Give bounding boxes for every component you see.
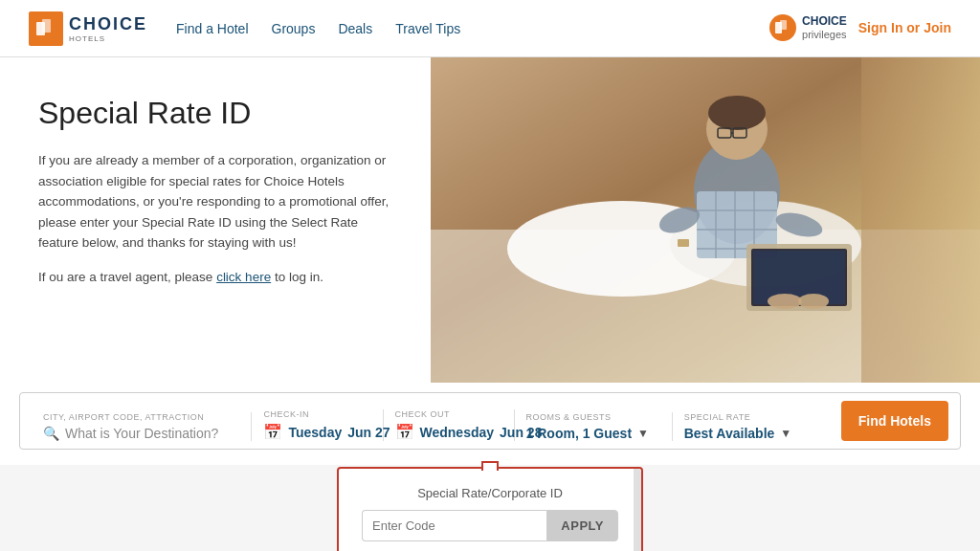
checkout-calendar-icon: 📅	[395, 423, 414, 441]
cp-logo-icon	[769, 14, 796, 41]
rate-chevron-icon: ▼	[780, 427, 791, 440]
panel-input-row: APPLY	[362, 510, 618, 541]
checkin-field: CHECK-IN 📅 Tuesday Jun 27	[252, 409, 383, 441]
svg-point-28	[798, 294, 829, 309]
hero-paragraph2: If ou are a travel agent, please click h…	[38, 267, 392, 288]
svg-rect-29	[678, 239, 689, 247]
hero-content: Special Rate ID If you are already a mem…	[0, 57, 431, 383]
rooms-field: ROOMS & GUESTS 1 Room, 1 Guest ▼	[515, 412, 673, 441]
nav-find-hotel[interactable]: Find a Hotel	[176, 21, 248, 36]
svg-rect-1	[42, 19, 51, 33]
hero-paragraph1: If you are already a member of a corpora…	[38, 150, 392, 253]
rooms-text: 1 Room, 1 Guest	[526, 426, 632, 441]
logo-name: CHOICE	[69, 14, 147, 34]
nav-deals[interactable]: Deals	[338, 21, 372, 36]
search-icon: 🔍	[43, 426, 59, 441]
cp-text-block: CHOICE privileges	[802, 14, 847, 41]
hero-p2-prefix: If ou are a travel agent, please	[38, 270, 216, 284]
rate-field: SPECIAL RATE Best Available ▼	[673, 412, 830, 441]
logo-text-block: CHOICE HOTELS	[69, 14, 147, 43]
hero-image	[431, 57, 980, 383]
destination-value[interactable]: 🔍 What is Your Destination?	[43, 426, 239, 441]
scrollbar	[634, 469, 641, 551]
svg-rect-3	[780, 20, 787, 30]
logo-icon	[29, 11, 63, 46]
hero-p2-suffix: to log in.	[271, 270, 323, 284]
corporate-id-input[interactable]	[362, 510, 546, 541]
svg-rect-8	[861, 57, 980, 383]
destination-label: CITY, AIRPORT CODE, ATTRACTION	[43, 412, 239, 422]
main-nav: Find a Hotel Groups Deals Travel Tips	[176, 21, 460, 36]
checkout-value[interactable]: 📅 Wednesday Jun 28	[395, 423, 502, 441]
cp-svg	[774, 19, 791, 36]
nav-groups[interactable]: Groups	[272, 21, 316, 36]
svg-point-27	[768, 294, 802, 309]
checkin-calendar-icon: 📅	[263, 423, 282, 441]
cp-top-text: CHOICE	[802, 14, 847, 28]
rooms-chevron-icon: ▼	[637, 427, 649, 440]
rate-text: Best Available	[684, 426, 775, 441]
logo-subtitle: HOTELS	[69, 34, 147, 43]
sign-in-link[interactable]: Sign In or Join	[858, 20, 951, 35]
panel-title: Special Rate/Corporate ID	[362, 486, 618, 500]
svg-rect-26	[753, 251, 845, 304]
hero-image-svg	[431, 57, 980, 383]
dropdown-panel-wrapper: Special Rate/Corporate ID APPLY This cod…	[0, 465, 980, 551]
choice-logo-svg	[35, 18, 56, 39]
checkin-day: Tuesday	[288, 425, 342, 440]
rooms-value[interactable]: 1 Room, 1 Guest ▼	[526, 426, 660, 441]
header-left: CHOICE HOTELS Find a Hotel Groups Deals …	[29, 11, 460, 46]
find-hotels-button[interactable]: Find Hotels	[841, 401, 948, 441]
checkout-label: CHECK OUT	[395, 409, 502, 419]
nav-travel-tips[interactable]: Travel Tips	[395, 21, 460, 36]
cp-bottom-text: privileges	[802, 28, 847, 41]
rate-label: SPECIAL RATE	[684, 412, 818, 422]
header: CHOICE HOTELS Find a Hotel Groups Deals …	[0, 0, 980, 57]
logo[interactable]: CHOICE HOTELS	[29, 11, 147, 46]
hero-title: Special Rate ID	[38, 96, 392, 131]
hero-section: Special Rate ID If you are already a mem…	[0, 57, 980, 383]
destination-placeholder: What is Your Destination?	[65, 426, 218, 441]
choice-privileges: CHOICE privileges	[769, 14, 847, 41]
checkout-day: Wednesday	[420, 425, 495, 440]
checkin-label: CHECK-IN	[263, 409, 370, 419]
checkin-value[interactable]: 📅 Tuesday Jun 27	[263, 423, 370, 441]
svg-point-11	[708, 96, 766, 130]
header-right: CHOICE privileges Sign In or Join	[769, 14, 951, 41]
checkout-field: CHECK OUT 📅 Wednesday Jun 28	[384, 409, 515, 441]
rate-value[interactable]: Best Available ▼	[684, 426, 818, 441]
special-rate-dropdown: Special Rate/Corporate ID APPLY This cod…	[337, 467, 643, 551]
search-bar-wrapper: CITY, AIRPORT CODE, ATTRACTION 🔍 What is…	[0, 383, 980, 465]
rooms-label: ROOMS & GUESTS	[526, 412, 660, 422]
apply-button[interactable]: APPLY	[546, 510, 618, 541]
search-bar: CITY, AIRPORT CODE, ATTRACTION 🔍 What is…	[19, 392, 961, 450]
click-here-link[interactable]: click here	[216, 270, 271, 284]
destination-field: CITY, AIRPORT CODE, ATTRACTION 🔍 What is…	[32, 412, 252, 441]
